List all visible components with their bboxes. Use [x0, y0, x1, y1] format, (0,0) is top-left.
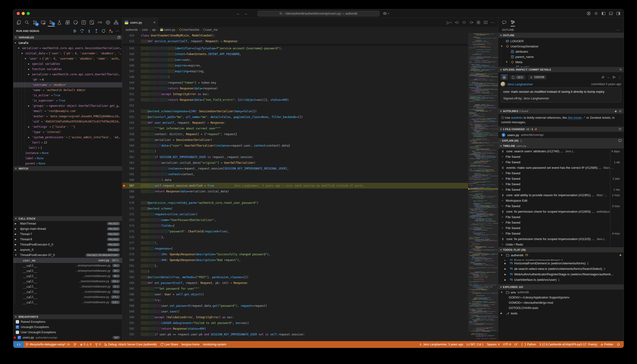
breadcrumb-item[interactable]: UserViewSet [180, 28, 199, 32]
timeline-item[interactable]: File Saved [498, 182, 624, 187]
todos-item[interactable]: ▶TSHorizontalFormElement.ts (web/src/ele… [498, 260, 624, 266]
gutter[interactable]: 593 [122, 332, 138, 337]
commit-message[interactable]: core: mark session as modified instead o… [501, 88, 621, 102]
language-item[interactable]: { }Python [520, 343, 538, 346]
minimap[interactable] [468, 33, 498, 341]
minimize-window-button[interactable] [22, 12, 25, 15]
todos-header[interactable]: ∨ TODOS: FLAT (39) [498, 247, 624, 252]
gutter[interactable]: 566 [122, 177, 138, 183]
gutter[interactable]: 567 [122, 183, 138, 188]
timeline-item[interactable]: File Saved [498, 170, 624, 176]
profile-item[interactable]: beryjuio-home [180, 343, 201, 346]
gutter[interactable]: 582 [122, 269, 138, 274]
breadcrumb-item[interactable]: users.py [160, 28, 175, 32]
todos-item[interactable]: ▶TSUserInterface.ts (web/src/user)1 [498, 277, 624, 282]
outline-header[interactable]: ∨ OUTLINE [498, 33, 624, 38]
breakpoint-file-row[interactable]: users.pyauthentik/core/api567 [13, 335, 122, 340]
outline-item[interactable]: attributes [498, 49, 624, 54]
gutter[interactable]: 575 [122, 228, 138, 234]
problems-item[interactable]: ⊗0⚠0 [78, 343, 93, 346]
timeline-item[interactable]: events: make sure password set event has… [498, 165, 624, 170]
gutter[interactable]: 555 [122, 114, 138, 120]
variable-row[interactable]: 'is_superuser'=True [13, 98, 122, 103]
step-out-button[interactable] [94, 29, 98, 33]
timeline-item[interactable]: core: fix permission check for scoped im… [498, 236, 624, 242]
breakpoint-current-icon[interactable] [122, 184, 126, 188]
watch-section-header[interactable]: ▼ WATCH [13, 166, 122, 171]
variable-row[interactable]: ▼Locals [13, 40, 122, 46]
timeline-item[interactable]: Undo / Redo [498, 242, 624, 247]
code-line[interactable]: 557 """Get information about current use… [122, 126, 498, 131]
nav-prev-change-icon[interactable] [455, 20, 459, 24]
gutter[interactable]: 556 [122, 120, 138, 126]
gutter[interactable]: 547 [122, 68, 138, 74]
diamond-icon[interactable]: ◆ [615, 110, 617, 113]
stack-frame-row[interactable]: __call__.../core/middleware.py48:1 [13, 274, 122, 279]
indentation-item[interactable]: Spaces: 4 [485, 343, 501, 346]
code-line[interactable]: 574 fields={ [122, 223, 498, 228]
code-line[interactable]: 565 context=context, [122, 172, 498, 177]
outline-item[interactable]: parent_name [498, 54, 624, 59]
nav-change-icon[interactable] [462, 20, 466, 24]
gutter[interactable]: 572 [122, 212, 138, 217]
author-link[interactable]: Jens Langhammer [507, 82, 533, 86]
account-icon[interactable] [587, 12, 591, 16]
code-line[interactable]: 589 user.save() [122, 309, 498, 314]
gutter[interactable]: 559 [122, 137, 138, 143]
variable-row[interactable]: ▶function variables [13, 66, 122, 72]
code-line[interactable]: 573 name="UserPasswordSetSerializer", [122, 217, 498, 223]
refresh-icon[interactable]: ↻ [620, 68, 622, 71]
breakpoint-option-row[interactable]: User Uncaught Exceptions [13, 330, 122, 335]
code-line[interactable]: 581 }, [122, 263, 498, 269]
back-icon[interactable]: ← [607, 76, 610, 79]
code-line[interactable]: 593 if user.pk == request.user.pk and SE… [122, 332, 498, 337]
gutter[interactable]: 562 [122, 154, 138, 160]
stack-frame-row[interactable]: __call__.../events/middleware.py156:1 [13, 279, 122, 284]
gutter[interactable]: 564 [122, 166, 138, 172]
code-line[interactable]: 570 @permission_required(obj_perm="authe… [122, 200, 498, 206]
code-line[interactable]: 551 except IntegrityError as exc: [122, 91, 498, 97]
checkbox[interactable] [18, 336, 21, 339]
layout-sidebar-right-icon[interactable] [616, 12, 620, 16]
stack-frame-row[interactable]: __call__.../enterprise/middleware.py39:1 [13, 268, 122, 274]
yaml-check-icon[interactable] [88, 18, 95, 26]
debug-more-button[interactable]: ⋯ [116, 29, 119, 33]
comments-tab-icon[interactable] [502, 18, 506, 26]
code-line[interactable]: 584 def set_password(self, request: Requ… [122, 280, 498, 286]
breadcrumb-item[interactable]: user_me [203, 28, 218, 32]
layout-panel-icon[interactable] [609, 12, 613, 16]
thread-row[interactable]: ▶asyncio_0PAUSED [13, 247, 122, 252]
gutter[interactable]: 571 [122, 206, 138, 212]
step-into-button[interactable] [87, 29, 91, 33]
prettier-item[interactable]: ⊘Prettier [599, 343, 615, 346]
variable-row[interactable]: parent=None [13, 161, 122, 166]
gutter[interactable]: 589 [122, 309, 138, 314]
gutter[interactable]: 587 [122, 297, 138, 303]
gutter[interactable]: 573 [122, 217, 138, 223]
code-line[interactable]: 580 400: OpenApiResponse(description="Ba… [122, 257, 498, 263]
go-env-var[interactable]: GOENV=~/Library/Application Support/go/e… [498, 295, 624, 300]
chat-icon[interactable] [618, 139, 622, 142]
testing-icon[interactable] [56, 18, 63, 26]
variable-row[interactable]: label=None [13, 156, 122, 161]
thread-row[interactable]: ▶ThreadPoolExecutor-0_0PAUSED [13, 242, 122, 247]
gutter[interactable]: 549 [122, 80, 138, 86]
monitoring-item[interactable]: monitoring-system [201, 343, 228, 346]
gitlens-sha-tab[interactable]: f285096 [528, 75, 546, 80]
go-env-var[interactable]: GOTOOLCHAIN=auto [498, 305, 624, 310]
close-tab-icon[interactable]: × [154, 20, 156, 24]
checkbox[interactable] [16, 320, 19, 324]
jira-issues-link[interactable]: Jira issues [568, 116, 582, 120]
gutter[interactable]: 545 [122, 57, 138, 63]
code-line[interactable]: 577 ), [122, 240, 498, 246]
list-view-icon[interactable] [618, 128, 622, 131]
breakpoint-option-row[interactable]: Uncaught Exceptions [13, 324, 122, 330]
code-line[interactable]: 561 ) [122, 148, 498, 154]
code-line[interactable]: 583 @action(detail=True, methods=["POST"… [122, 274, 498, 280]
close-window-button[interactable] [17, 12, 20, 15]
go-env-row[interactable]: ▼envauthentik [498, 290, 624, 295]
code-line[interactable]: 590 except (ValidationError, IntegrityEr… [122, 314, 498, 320]
history-back-button[interactable]: ← [236, 12, 240, 16]
explorer-icon[interactable] [15, 18, 22, 26]
code-line[interactable]: 545 user=user, [122, 57, 498, 63]
